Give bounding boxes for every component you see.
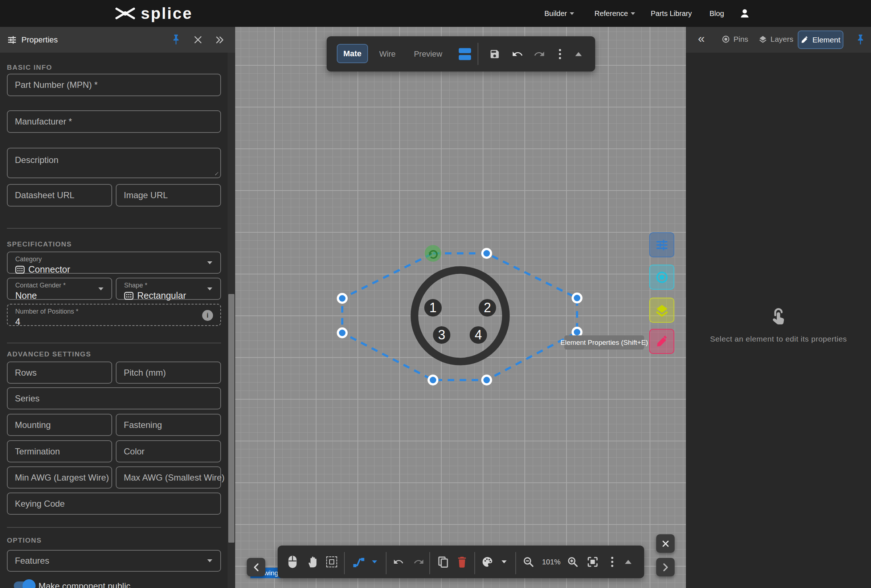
handle-top[interactable] bbox=[481, 248, 492, 259]
rotate-handle[interactable] bbox=[425, 245, 441, 262]
pin-panel-icon[interactable] bbox=[855, 34, 866, 46]
delete-button[interactable] bbox=[456, 556, 468, 568]
nav-item-blog[interactable]: Blog bbox=[709, 0, 724, 27]
make-public-toggle[interactable] bbox=[14, 582, 34, 588]
pin-2-label: 2 bbox=[484, 300, 491, 315]
hand-icon bbox=[306, 555, 319, 569]
layout-rows-icon[interactable] bbox=[458, 48, 471, 60]
splice-logo[interactable]: splice bbox=[115, 6, 193, 21]
tab-wire[interactable]: Wire bbox=[374, 36, 401, 72]
top-nav: splice Builder Reference Parts Library B… bbox=[0, 0, 871, 27]
mounting-field[interactable]: Mounting bbox=[7, 414, 112, 436]
fit-to-screen-button[interactable] bbox=[586, 556, 599, 568]
close-view-button[interactable] bbox=[656, 534, 675, 553]
handle-bottom-left[interactable] bbox=[428, 375, 438, 386]
logo-wordmark: splice bbox=[141, 4, 193, 22]
connector-icon bbox=[15, 266, 25, 274]
scroll-tabs-right-button[interactable] bbox=[656, 558, 675, 576]
undo-button[interactable] bbox=[511, 48, 524, 60]
resize-handle[interactable] bbox=[214, 172, 218, 175]
chevron-down-icon bbox=[501, 560, 507, 563]
collapse-panel-icon[interactable] bbox=[215, 36, 224, 44]
collapse-toolbar-button[interactable] bbox=[623, 560, 633, 564]
nav-item-builder[interactable]: Builder bbox=[544, 0, 574, 27]
zoom-in-button[interactable] bbox=[567, 556, 579, 568]
scrollbar-thumb[interactable] bbox=[228, 294, 235, 543]
tab-preview[interactable]: Preview bbox=[411, 36, 445, 72]
info-icon[interactable]: i bbox=[202, 310, 213, 321]
fastening-field[interactable]: Fastening bbox=[116, 414, 221, 436]
pitch-field[interactable]: Pitch (mm) bbox=[116, 362, 221, 384]
min-awg-field[interactable]: Min AWG (Largest Wire) bbox=[7, 467, 112, 489]
wire-tool-dropdown[interactable] bbox=[371, 560, 379, 563]
splice-app: splice Builder Reference Parts Library B… bbox=[0, 0, 871, 588]
undo-button[interactable] bbox=[392, 557, 405, 567]
zoom-level[interactable]: 101% bbox=[540, 558, 563, 566]
manufacturer-field[interactable]: Manufacturer * bbox=[7, 110, 221, 133]
appearance-dropdown[interactable] bbox=[500, 560, 508, 563]
tab-element[interactable]: Element bbox=[798, 30, 843, 49]
termination-field[interactable]: Termination bbox=[7, 440, 112, 462]
rows-field[interactable]: Rows bbox=[7, 362, 112, 384]
redo-button[interactable] bbox=[413, 557, 425, 567]
tab-layers[interactable]: Layers bbox=[759, 35, 793, 43]
connector-pins: 1 2 3 4 bbox=[424, 299, 497, 344]
tab-pins[interactable]: Pins bbox=[721, 35, 748, 43]
nav-item-reference[interactable]: Reference bbox=[594, 0, 635, 27]
collapse-panel-icon[interactable]: « bbox=[698, 31, 705, 45]
dashed-select-icon bbox=[326, 557, 337, 567]
mouse-mode-button[interactable] bbox=[286, 555, 299, 569]
pin-properties-button[interactable] bbox=[649, 265, 674, 290]
category-select[interactable]: Category Connector bbox=[7, 251, 221, 274]
close-icon[interactable] bbox=[193, 35, 202, 44]
duplicate-button[interactable] bbox=[437, 556, 450, 568]
handle-left-upper[interactable] bbox=[337, 293, 348, 304]
triangle-up-icon bbox=[575, 52, 582, 56]
contact-gender-select[interactable]: Contact Gender * None bbox=[7, 278, 112, 300]
panel-scrollbar[interactable] bbox=[227, 52, 235, 588]
handle-left-lower[interactable] bbox=[337, 328, 348, 338]
more-options-button[interactable] bbox=[609, 557, 616, 567]
series-field[interactable]: Series bbox=[7, 387, 221, 409]
element-properties-button[interactable] bbox=[649, 232, 674, 257]
part-number-field[interactable]: Part Number (MPN) * bbox=[7, 74, 221, 96]
handle-right-upper[interactable] bbox=[572, 293, 582, 304]
triangle-up-icon bbox=[625, 560, 632, 564]
zoom-out-icon bbox=[522, 556, 534, 568]
section-divider bbox=[7, 343, 221, 343]
nav-item-parts-library[interactable]: Parts Library bbox=[651, 0, 692, 27]
more-options-button[interactable] bbox=[556, 49, 564, 59]
zoom-out-button[interactable] bbox=[522, 556, 534, 568]
description-field[interactable]: Description bbox=[7, 148, 221, 178]
specifications-heading: SPECIFICATIONS bbox=[7, 240, 72, 248]
tune-icon bbox=[655, 238, 669, 251]
max-awg-field[interactable]: Max AWG (Smallest Wire) bbox=[116, 467, 221, 489]
element-edit-button[interactable] bbox=[649, 329, 674, 354]
select-component-button[interactable] bbox=[326, 557, 338, 567]
chevron-down-icon bbox=[570, 12, 574, 15]
account-button[interactable] bbox=[739, 0, 751, 27]
color-field[interactable]: Color bbox=[116, 440, 221, 462]
options-heading: OPTIONS bbox=[7, 536, 42, 545]
handle-bottom-right[interactable] bbox=[481, 375, 492, 386]
tab-mate[interactable]: Mate bbox=[337, 44, 368, 63]
pan-mode-button[interactable] bbox=[306, 555, 319, 569]
scroll-tabs-left-button[interactable] bbox=[247, 558, 265, 576]
divider bbox=[430, 552, 430, 574]
number-of-positions-field[interactable]: Number of Positions * 4 i bbox=[7, 304, 221, 326]
shape-select[interactable]: Shape * Rectangular bbox=[116, 278, 221, 300]
appearance-button[interactable] bbox=[481, 556, 494, 568]
section-divider bbox=[7, 527, 221, 528]
save-button[interactable] bbox=[488, 49, 501, 60]
features-select[interactable]: Features bbox=[7, 550, 221, 572]
keying-code-field[interactable]: Keying Code bbox=[7, 492, 221, 515]
layer-properties-button[interactable] bbox=[649, 298, 674, 323]
pin-1-label: 1 bbox=[430, 300, 437, 315]
divider bbox=[477, 43, 478, 65]
collapse-toolbar-button[interactable] bbox=[573, 52, 584, 56]
wire-tool-button[interactable] bbox=[352, 556, 365, 568]
redo-button[interactable] bbox=[533, 48, 546, 60]
image-url-field[interactable]: Image URL bbox=[116, 184, 221, 206]
datasheet-url-field[interactable]: Datasheet URL bbox=[7, 184, 112, 206]
pin-panel-icon[interactable] bbox=[171, 34, 181, 46]
